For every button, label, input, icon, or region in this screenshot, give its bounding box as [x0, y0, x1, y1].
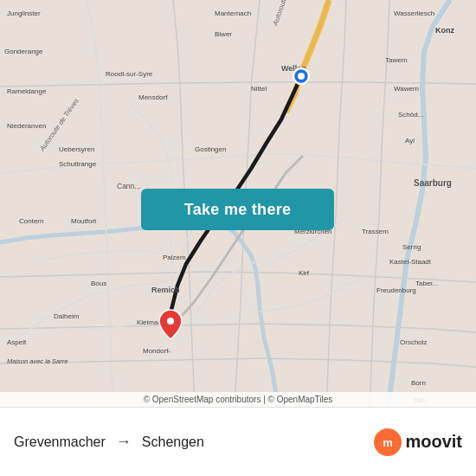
attribution-text: © OpenStreetMap contributors | © OpenMap… — [144, 395, 333, 404]
svg-text:Palzem: Palzem — [163, 254, 186, 261]
svg-text:Schöd...: Schöd... — [398, 111, 423, 119]
svg-text:Tawern: Tawern — [385, 56, 408, 64]
svg-text:Roodt-sur-Syre: Roodt-sur-Syre — [106, 70, 153, 78]
svg-text:Kirf: Kirf — [299, 269, 310, 277]
svg-text:Biwer: Biwer — [215, 30, 232, 38]
take-me-there-overlay: Take me there — [141, 189, 334, 230]
moovit-icon: m — [374, 428, 402, 456]
svg-text:Freudenburg: Freudenburg — [376, 286, 416, 294]
svg-text:Ayl: Ayl — [405, 137, 415, 145]
svg-text:Dalheim: Dalheim — [54, 312, 80, 320]
svg-text:Remich: Remich — [151, 286, 180, 294]
svg-text:Wasserliesch: Wasserliesch — [394, 10, 434, 17]
dest-marker-inner — [167, 318, 174, 325]
svg-text:Gonderange: Gonderange — [4, 48, 43, 55]
svg-text:Manternach: Manternach — [215, 10, 251, 17]
svg-text:Bous: Bous — [91, 280, 106, 287]
svg-text:Moutfort: Moutfort — [71, 217, 97, 225]
map-view: Autoroute de Trèves Autoroute du Junglin… — [0, 0, 476, 407]
svg-text:Kastel-Staadt: Kastel-Staadt — [389, 258, 432, 266]
svg-text:Gostingen: Gostingen — [195, 145, 226, 153]
svg-text:Mensdorf: Mensdorf — [138, 93, 168, 101]
location-from: Grevenmacher — [14, 434, 106, 450]
map-attribution: © OpenStreetMap contributors | © OpenMap… — [0, 392, 476, 407]
svg-text:Contern: Contern — [19, 217, 43, 225]
moovit-logo: m moovit — [374, 428, 462, 456]
svg-text:Rameldange: Rameldange — [7, 87, 47, 95]
svg-text:Born: Born — [411, 379, 426, 387]
take-me-there-button[interactable]: Take me there — [141, 189, 334, 230]
svg-text:Maison avec la Sarre: Maison avec la Sarre — [7, 357, 68, 365]
svg-text:Taber...: Taber... — [415, 280, 438, 287]
route-info: Grevenmacher → Schengen — [14, 433, 374, 451]
svg-text:Uebersyren: Uebersyren — [59, 145, 94, 153]
moovit-brand-name: moovit — [405, 432, 462, 452]
svg-text:Konz: Konz — [435, 26, 454, 35]
svg-text:Niederanven: Niederanven — [7, 122, 46, 130]
svg-text:Junglinster: Junglinster — [7, 10, 41, 17]
svg-text:Schuttrange: Schuttrange — [59, 160, 97, 168]
svg-text:m: m — [383, 436, 394, 449]
location-to: Schengen — [142, 434, 204, 450]
svg-text:Cann...: Cann... — [117, 182, 140, 190]
svg-text:Wawern: Wawern — [394, 85, 419, 93]
arrow-icon: → — [116, 433, 132, 451]
svg-text:Nittel: Nittel — [251, 85, 267, 93]
svg-text:Mondorf-: Mondorf- — [143, 347, 170, 355]
svg-text:Saarburg: Saarburg — [414, 178, 452, 188]
svg-text:Serrig: Serrig — [402, 243, 421, 251]
origin-marker-inner — [298, 73, 305, 80]
svg-text:Orscholz: Orscholz — [400, 338, 428, 346]
svg-text:Aspelt: Aspelt — [7, 338, 27, 346]
bottom-bar: Grevenmacher → Schengen m moovit — [0, 407, 476, 476]
svg-text:Trassem: Trassem — [362, 228, 389, 235]
